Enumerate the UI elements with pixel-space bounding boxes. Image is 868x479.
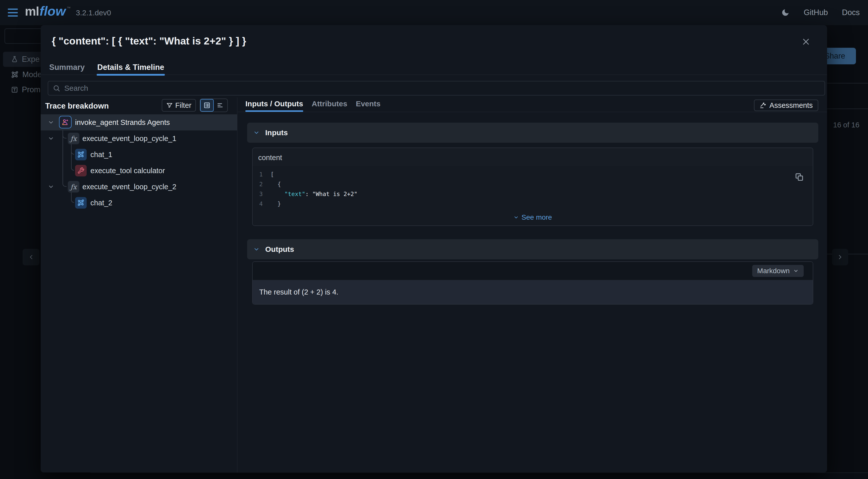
function-icon: ƒx bbox=[68, 181, 80, 192]
modal-title: { "content": [ { "text": "What is 2+2" }… bbox=[52, 35, 246, 47]
tab-attributes[interactable]: Attributes bbox=[312, 97, 347, 112]
list-view-icon bbox=[204, 102, 211, 109]
outputs-section-header[interactable]: Outputs bbox=[247, 239, 818, 259]
chevron-down-icon[interactable] bbox=[48, 135, 54, 142]
trace-breakdown-panel: Trace breakdown Filter bbox=[41, 97, 237, 473]
assessments-button[interactable]: Assessments bbox=[754, 99, 818, 111]
code-line: 3 "text": "What is 2+2" bbox=[253, 189, 813, 199]
mlflow-app: ml flow ™ 3.2.1.dev0 GitHub Docs Expe Mo… bbox=[0, 0, 868, 479]
tab-details-timeline[interactable]: Details & Timeline bbox=[97, 62, 164, 74]
span-detail-panel: Inputs / Outputs Attributes Events Asses… bbox=[238, 97, 827, 473]
outputs-section: Outputs Markdown The result of (2 + 2) i… bbox=[247, 239, 818, 305]
field-name: content bbox=[258, 154, 282, 162]
outputs-title: Outputs bbox=[265, 245, 294, 253]
span-label: execute_tool calculator bbox=[90, 167, 165, 175]
span-label: execute_event_loop_cycle_1 bbox=[82, 134, 176, 143]
function-icon: ƒx bbox=[68, 133, 80, 144]
chevron-down-icon bbox=[253, 246, 260, 252]
filter-button[interactable]: Filter bbox=[162, 99, 196, 112]
tree-row-execute-tool[interactable]: execute_tool calculator bbox=[41, 162, 237, 179]
modal-tabs: Summary Details & Timeline bbox=[41, 62, 827, 75]
outputs-text: The result of (2 + 2) is 4. bbox=[253, 280, 813, 304]
code-line: 2 { bbox=[253, 179, 813, 189]
search-bar[interactable] bbox=[48, 81, 825, 95]
trace-detail-modal: { "content": [ { "text": "What is 2+2" }… bbox=[41, 25, 827, 473]
tree-row-chat-1[interactable]: chat_1 bbox=[41, 147, 237, 162]
chevron-down-icon bbox=[793, 268, 799, 274]
json-code-block: 1[ 2 { 3 "text": "What is 2+2" 4 } bbox=[253, 166, 813, 226]
view-toggle-group bbox=[200, 98, 228, 112]
code-line: 4 } bbox=[253, 199, 813, 209]
chevron-down-icon bbox=[253, 129, 260, 136]
outputs-content-card: Markdown The result of (2 + 2) is 4. bbox=[252, 261, 813, 305]
tab-events[interactable]: Events bbox=[356, 97, 380, 112]
timeline-view-toggle[interactable] bbox=[214, 99, 227, 112]
chevron-down-icon[interactable] bbox=[48, 183, 54, 190]
chevron-down-icon bbox=[514, 215, 519, 220]
inputs-title: Inputs bbox=[265, 128, 288, 137]
span-tree: invoke_agent Strands Agents ƒx execute_e… bbox=[41, 114, 237, 211]
tree-row-event-loop-1[interactable]: ƒx execute_event_loop_cycle_1 bbox=[41, 130, 237, 147]
funnel-icon bbox=[166, 102, 173, 109]
search-icon bbox=[53, 85, 60, 92]
tree-row-event-loop-2[interactable]: ƒx execute_event_loop_cycle_2 bbox=[41, 179, 237, 195]
detail-tabs: Inputs / Outputs Attributes Events bbox=[238, 97, 827, 112]
agent-icon bbox=[59, 116, 71, 128]
span-label: chat_1 bbox=[90, 151, 112, 159]
trace-breakdown-title: Trace breakdown bbox=[45, 101, 109, 111]
span-label: chat_2 bbox=[90, 199, 112, 207]
chevron-down-icon[interactable] bbox=[48, 119, 54, 126]
copy-icon[interactable] bbox=[795, 172, 804, 182]
see-more-link[interactable]: See more bbox=[253, 213, 813, 221]
renderer-dropdown[interactable]: Markdown bbox=[752, 265, 804, 277]
tool-wrench-icon bbox=[75, 165, 87, 176]
search-input[interactable] bbox=[64, 84, 825, 92]
span-label: execute_event_loop_cycle_2 bbox=[82, 183, 176, 191]
tree-row-invoke-agent[interactable]: invoke_agent Strands Agents bbox=[41, 114, 237, 130]
gantt-view-icon bbox=[217, 102, 224, 109]
inputs-content-card: content 1[ 2 { 3 "text": "What is 2+2" bbox=[252, 148, 813, 226]
tab-summary[interactable]: Summary bbox=[49, 62, 85, 74]
inputs-section: Inputs content 1[ 2 { 3 "t bbox=[247, 123, 818, 226]
code-line: 1[ bbox=[253, 169, 813, 179]
outputs-toolbar: Markdown bbox=[253, 262, 813, 280]
tab-inputs-outputs[interactable]: Inputs / Outputs bbox=[245, 97, 303, 112]
chat-model-icon bbox=[75, 149, 87, 160]
list-view-toggle[interactable] bbox=[200, 99, 214, 112]
close-icon[interactable] bbox=[800, 36, 811, 47]
tree-row-chat-2[interactable]: chat_2 bbox=[41, 195, 237, 211]
inputs-section-header[interactable]: Inputs bbox=[247, 123, 818, 143]
chat-model-icon bbox=[75, 197, 87, 209]
span-label: invoke_agent Strands Agents bbox=[75, 118, 170, 127]
gavel-icon bbox=[760, 102, 767, 109]
